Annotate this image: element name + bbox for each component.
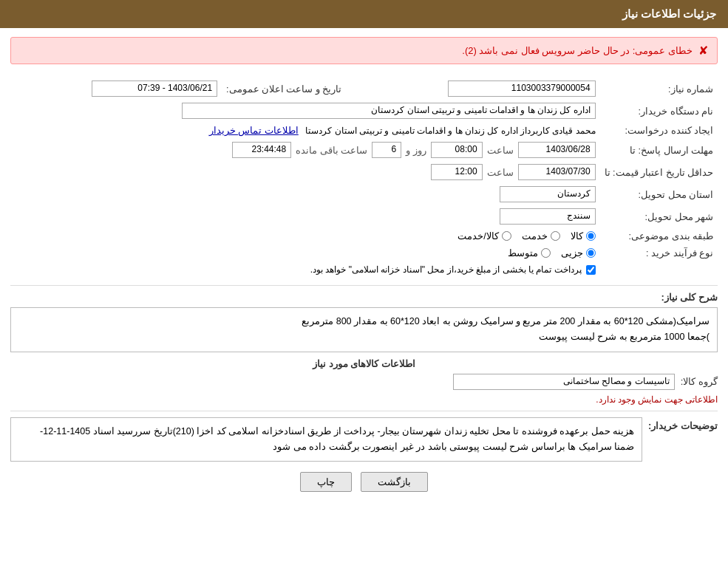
page-header: جزئیات اطلاعات نیاز	[0, 0, 728, 28]
mohlat-saat-label: ساعت	[487, 145, 514, 156]
mohlat-label: مهلت ارسال پاسخ: تا	[600, 139, 718, 161]
main-content: شماره نیاز: 1103003379000054 تاریخ و ساع…	[0, 73, 728, 502]
shomara-label: شماره نیاز:	[600, 78, 718, 100]
sharch-box: سرامیک(مشکی 120*60 به مقدار 200 متر مربع…	[10, 307, 718, 352]
radio-kala-khedmat-label: کالا/خدمت	[457, 230, 498, 242]
mohlat-date-input: 1403/06/28	[518, 142, 596, 158]
error-bar: ✘ خطای عمومی: در حال حاضر سرویس فعال نمی…	[10, 37, 718, 64]
mohlat-remaining-input: 23:44:48	[232, 142, 291, 158]
row-ostan: استان محل تحویل: کردستان	[10, 183, 718, 205]
radio-jozii-input[interactable]	[586, 248, 596, 258]
dastgah-input: اداره کل زندان ها و اقدامات تامینی و ترب…	[182, 103, 596, 119]
hadadaghal-saat-label: ساعت	[487, 167, 514, 178]
tabagheh-label: طبقه بندی موضوعی:	[600, 227, 718, 244]
ijad-value: محمد قیادی کاربرداز اداره کل زندان ها و …	[10, 122, 600, 139]
sharch-label: شرح کلی نیاز:	[661, 292, 718, 303]
row-ijad: ایجاد کننده درخواست: محمد قیادی کاربرداز…	[10, 122, 718, 139]
radio-kala-khedmat-input[interactable]	[502, 231, 511, 241]
separator-2	[10, 411, 718, 411]
error-icon: ✘	[698, 44, 708, 58]
checkbox-asnadi-label: پرداخت تمام یا بخشی از مبلغ خرید،از محل …	[310, 264, 582, 275]
hadadaghal-date-input: 1403/07/30	[518, 164, 596, 180]
row-mohlat: مهلت ارسال پاسخ: تا 1403/06/28 ساعت 08:0…	[10, 139, 718, 161]
ijad-label: ایجاد کننده درخواست:	[600, 122, 718, 139]
gorohe-kala-row: گروه کالا: تاسیسات و مصالح ساختمانی	[10, 374, 718, 390]
towzih-box: هزینه حمل برعهده فروشنده تا محل تخلیه زن…	[10, 417, 642, 462]
page-title: جزئیات اطلاعات نیاز	[622, 7, 716, 20]
hadadaghal-value: 1403/07/30 ساعت 12:00	[10, 161, 600, 183]
mohlat-roz-input: 6	[372, 142, 401, 158]
gorohe-kala-label: گروه کالا:	[681, 376, 718, 387]
radio-motavasset-input[interactable]	[541, 248, 551, 258]
shomara-input: 1103003379000054	[448, 81, 596, 97]
mohlat-roz-label: روز و	[406, 145, 426, 156]
mohlat-saat-input: 08:00	[431, 142, 483, 158]
row-shomara: شماره نیاز: 1103003379000054 تاریخ و ساع…	[10, 78, 718, 100]
button-row: چاپ بازگشت	[10, 472, 718, 492]
radio-kala-khedmat[interactable]: کالا/خدمت	[457, 230, 511, 242]
print-button[interactable]: چاپ	[300, 472, 352, 492]
sharch-text: سرامیک(مشکی 120*60 به مقدار 200 متر مربع…	[302, 316, 710, 342]
no-info-text: اطلاعاتی جهت نمایش وجود ندارد.	[10, 394, 718, 405]
row-shahr: شهر محل تحویل: سنندج	[10, 205, 718, 227]
row-tabagheh: طبقه بندی موضوعی: کالا خدمت	[10, 227, 718, 244]
noe-value: جزیی متوسط	[10, 244, 600, 261]
error-message: خطای عمومی: در حال حاضر سرویس فعال نمی ب…	[462, 45, 693, 56]
tarikh-value: 1403/06/21 - 07:39	[10, 78, 222, 100]
radio-khedmat-input[interactable]	[551, 231, 560, 241]
shahr-input: سنندج	[500, 208, 596, 225]
radio-jozii[interactable]: جزیی	[561, 247, 596, 258]
mohlat-remaining-label: ساعت باقی مانده	[296, 145, 367, 156]
ostan-label: استان محل تحویل:	[600, 183, 718, 205]
hadadaghal-saat-input: 12:00	[431, 164, 483, 180]
towzih-text: هزینه حمل برعهده فروشنده تا محل تخلیه زن…	[40, 426, 634, 452]
separator-1	[10, 285, 718, 286]
checkbox-value: پرداخت تمام یا بخشی از مبلغ خرید،از محل …	[10, 261, 600, 278]
radio-kala[interactable]: کالا	[571, 230, 596, 242]
radio-khedmat[interactable]: خدمت	[522, 230, 560, 242]
shahr-label: شهر محل تحویل:	[600, 205, 718, 227]
ijad-text: محمد قیادی کاربرداز اداره کل زندان ها و …	[305, 126, 595, 136]
row-checkbox: پرداخت تمام یا بخشی از مبلغ خرید،از محل …	[10, 261, 718, 278]
ostan-value: کردستان	[10, 183, 600, 205]
towzih-row: توضیحات خریدار: هزینه حمل برعهده فروشنده…	[10, 417, 718, 462]
shahr-value: سنندج	[10, 205, 600, 227]
back-button[interactable]: بازگشت	[361, 472, 428, 492]
row-noe: نوع فرآیند خرید : جزیی متوسط	[10, 244, 718, 261]
tarikh-label: تاریخ و ساعت اعلان عمومی:	[222, 78, 353, 100]
mohlat-value: 1403/06/28 ساعت 08:00 روز و 6 ساعت باقی …	[10, 139, 600, 161]
checkbox-asnadi[interactable]	[586, 265, 596, 275]
dastgah-value: اداره کل زندان ها و اقدامات تامینی و ترب…	[10, 100, 600, 122]
hadadaghal-label: حداقل تاریخ اعتبار قیمت: تا	[600, 161, 718, 183]
radio-motavasset-label: متوسط	[508, 247, 538, 258]
radio-jozii-label: جزیی	[561, 247, 583, 258]
ijad-link[interactable]: اطلاعات تماس خریدار	[209, 126, 299, 136]
shomara-value: 1103003379000054	[353, 78, 599, 100]
ostan-input: کردستان	[500, 186, 596, 202]
dastgah-label: نام دستگاه خریدار:	[600, 100, 718, 122]
checkbox-label-cell	[600, 261, 718, 278]
tarikh-input: 1403/06/21 - 07:39	[92, 81, 217, 97]
gorohe-kala-input: تاسیسات و مصالح ساختمانی	[453, 374, 675, 390]
info-table: شماره نیاز: 1103003379000054 تاریخ و ساع…	[10, 78, 718, 278]
kalaha-section-title: اطلاعات کالاهای مورد نیاز	[10, 358, 718, 369]
radio-motavasset[interactable]: متوسط	[508, 247, 551, 258]
noe-label: نوع فرآیند خرید :	[600, 244, 718, 261]
sharch-row: شرح کلی نیاز:	[10, 292, 718, 303]
radio-kala-input[interactable]	[586, 231, 596, 241]
radio-kala-label: کالا	[571, 230, 583, 242]
radio-khedmat-label: خدمت	[522, 230, 548, 242]
page-wrapper: جزئیات اطلاعات نیاز ✘ خطای عمومی: در حال…	[0, 0, 728, 565]
row-dastgah: نام دستگاه خریدار: اداره کل زندان ها و ا…	[10, 100, 718, 122]
towzih-label: توضیحات خریدار:	[648, 417, 718, 431]
row-hadadaghal: حداقل تاریخ اعتبار قیمت: تا 1403/07/30 س…	[10, 161, 718, 183]
tabagheh-value: کالا خدمت کالا/خدمت	[10, 227, 600, 244]
